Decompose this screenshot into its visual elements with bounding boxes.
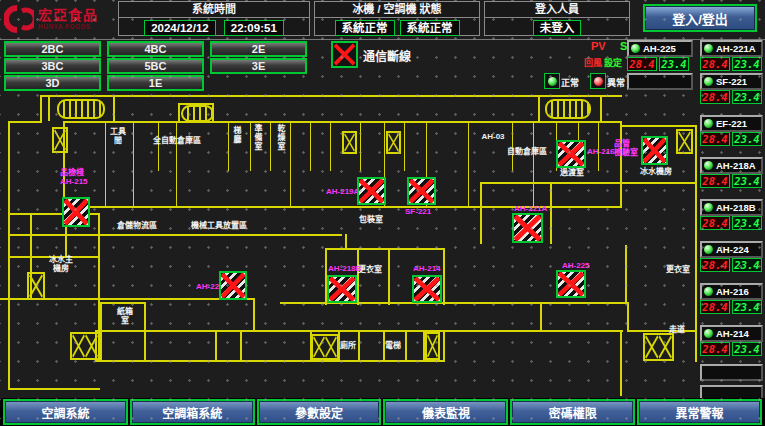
comm-offline-box-ah-215[interactable] — [62, 197, 90, 227]
wall-segment — [480, 182, 482, 244]
wall-segment — [48, 95, 50, 121]
comm-offline-box-ah-225[interactable] — [556, 270, 586, 298]
room-label: AH-03 — [478, 132, 508, 141]
wall-segment — [620, 330, 622, 396]
wall-segment — [404, 123, 405, 171]
login-state-value: 未登入 — [533, 20, 582, 36]
nav-button-異常警報[interactable]: 異常警報 — [637, 399, 762, 425]
unit-name: AH-221A — [716, 43, 756, 54]
stairwell-icon — [181, 105, 214, 122]
unit-name: SF-221 — [716, 76, 747, 87]
abnormal-legend-label: 異常 — [607, 76, 625, 89]
floor-button-1e[interactable]: 1E — [107, 75, 204, 91]
unit-button-ef-221[interactable]: EF-221 — [700, 115, 763, 132]
system-time-label: 系統時間 — [119, 2, 309, 18]
floor-button-2e[interactable]: 2E — [210, 41, 307, 57]
room-label: 乾燥室 — [276, 124, 285, 151]
nav-button-空調箱系統[interactable]: 空調箱系統 — [130, 399, 255, 425]
wall-segment — [330, 123, 331, 171]
unit-button-ah-225[interactable]: AH-225 — [627, 40, 693, 57]
sv-value: 23.4 — [732, 132, 762, 146]
unit-name: AH-218A — [716, 160, 756, 171]
unit-button-sf-221[interactable]: SF-221 — [700, 73, 763, 90]
login-logout-button[interactable]: 登入/登出 — [643, 4, 757, 32]
unit-button-ah-221a[interactable]: AH-221A — [700, 40, 763, 57]
nav-button-參數設定[interactable]: 參數設定 — [257, 399, 382, 425]
pv-value: 28.4 — [700, 300, 730, 314]
wall-segment — [538, 95, 540, 121]
wall-segment — [178, 103, 180, 121]
unit-status-led-icon — [631, 44, 640, 53]
comm-offline-box-ah-218b[interactable] — [327, 275, 357, 303]
floor-button-4bc[interactable]: 4BC — [107, 41, 204, 57]
wall-segment — [8, 388, 100, 390]
floor-button-3d[interactable]: 3D — [4, 75, 101, 91]
wall-segment — [550, 182, 552, 244]
stairs-icon — [70, 332, 100, 360]
wall-segment — [270, 123, 271, 171]
comm-offline-box-sf-221[interactable] — [407, 177, 436, 205]
wall-segment — [620, 121, 622, 208]
pv-value: 28.4 — [700, 342, 730, 356]
device-label-ah-219a: AH-219A — [326, 187, 359, 196]
nav-button-儀表監視[interactable]: 儀表監視 — [383, 399, 508, 425]
room-label: 冰水主機房 — [48, 255, 74, 273]
wall-segment — [113, 95, 115, 121]
login-user-label: 登入人員 — [485, 2, 629, 18]
unit-button-ah-216[interactable]: AH-216 — [700, 283, 763, 300]
device-label-品檢棧: 品檢棧AH-215 — [60, 168, 94, 186]
wall-segment — [310, 123, 311, 171]
unit-button-ah-224[interactable]: AH-224 — [700, 241, 763, 258]
ac-status-value: 系統正常 — [400, 20, 460, 36]
floor-button-2bc[interactable]: 2BC — [4, 41, 101, 57]
pv-value: 28.4 — [700, 90, 730, 104]
unit-button-ah-214[interactable]: AH-214 — [700, 325, 763, 342]
comm-offline-box-ah-226[interactable] — [219, 271, 247, 300]
stairs-icon — [27, 272, 45, 300]
brand-name: 宏亞食品 — [38, 8, 98, 23]
pv-value: 28.4 — [700, 216, 730, 230]
stairwell-icon — [57, 99, 105, 119]
setpoint-label: 設定 — [604, 56, 622, 69]
room-label: 過渡室 — [552, 168, 592, 177]
unit-status-led-icon — [704, 119, 713, 128]
unit-values-ah-221a: 28.423.4 — [700, 57, 763, 71]
wall-segment — [388, 248, 390, 305]
unit-values-sf-221: 28.423.4 — [700, 90, 763, 104]
brand-logo: 宏亞食品 HUNYA FOODS — [2, 1, 114, 36]
wall-segment — [405, 330, 407, 362]
wall-segment — [144, 302, 146, 362]
device-label-ah-218b: AH-218B — [328, 264, 361, 273]
comm-offline-box-檢驗室[interactable] — [641, 136, 668, 165]
stairs-icon — [643, 333, 674, 361]
comm-offline-box-ah-214[interactable] — [412, 275, 442, 303]
unit-name: EF-221 — [716, 118, 747, 129]
machine-status-section: 冰機 / 空調機 狀態 系統正常 系統正常 — [314, 1, 480, 36]
floor-button-5bc[interactable]: 5BC — [107, 58, 204, 74]
wall-segment — [100, 302, 146, 304]
wall-segment — [63, 121, 622, 123]
unit-values-ah-218a: 28.423.4 — [700, 174, 763, 188]
nav-button-密碼權限[interactable]: 密碼權限 — [510, 399, 635, 425]
comm-offline-box-ah-216[interactable] — [556, 140, 586, 168]
unit-status-led-icon — [704, 329, 713, 338]
wall-segment — [40, 95, 622, 97]
wall-segment — [8, 213, 10, 390]
wall-segment — [443, 248, 445, 305]
comm-offline-box-ah-219a[interactable] — [357, 177, 386, 205]
unit-status-led-icon — [704, 245, 713, 254]
wall-segment — [133, 123, 134, 206]
floor-button-3e[interactable]: 3E — [210, 58, 307, 74]
stairs-icon — [425, 332, 440, 360]
wall-segment — [253, 298, 255, 332]
nav-button-空調系統[interactable]: 空調系統 — [3, 399, 128, 425]
sv-value: 23.4 — [732, 258, 762, 272]
wall-segment — [240, 330, 242, 362]
normal-led-icon — [544, 73, 560, 89]
floor-button-3bc[interactable]: 3BC — [4, 58, 101, 74]
unit-button-ah-218b[interactable]: AH-218B — [700, 199, 763, 216]
comm-offline-box-ah-221a[interactable] — [512, 213, 543, 243]
pv-value: 28.4 — [700, 258, 730, 272]
room-label: 紙箱室 — [114, 307, 136, 325]
unit-button-ah-218a[interactable]: AH-218A — [700, 157, 763, 174]
